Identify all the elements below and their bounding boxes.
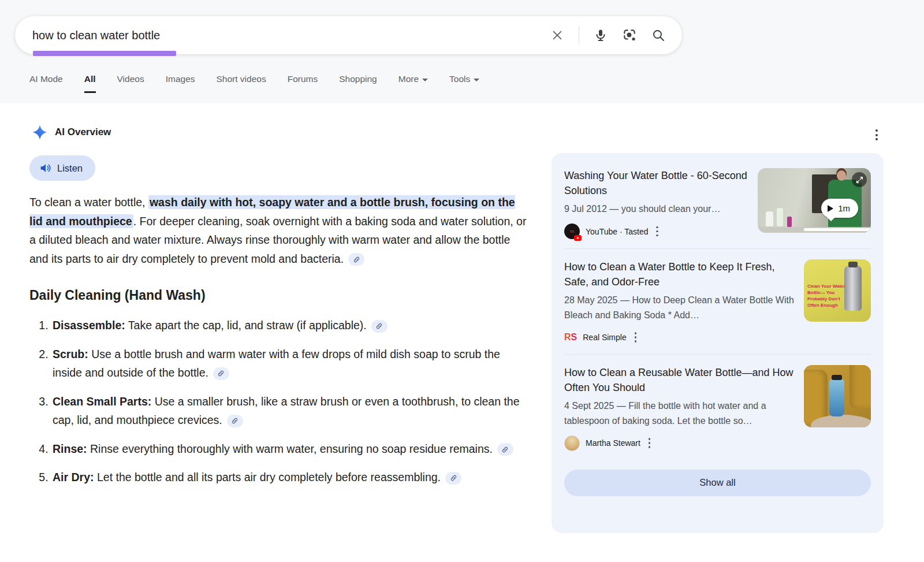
card-menu-button[interactable] <box>646 436 653 451</box>
source-card-real-simple[interactable]: How to Clean a Water Bottle to Keep It F… <box>564 248 871 354</box>
video-duration: 1m <box>838 203 850 213</box>
avatar <box>564 436 580 451</box>
thumbnail-overlay-text: Clean Your Water Bottle— You Probably Do… <box>807 283 849 308</box>
search-header: AI Mode All Videos Images Short videos F… <box>0 0 924 103</box>
lens-camera-icon[interactable] <box>622 28 637 43</box>
ai-overview-body: To clean a water bottle, wash daily with… <box>29 193 531 497</box>
citation-link-icon[interactable] <box>371 320 388 333</box>
source-card-youtube[interactable]: Washing Your Water Bottle - 60-Second So… <box>564 158 871 248</box>
chevron-down-icon <box>422 79 428 81</box>
tab-tools[interactable]: Tools <box>449 74 479 91</box>
citation-link-icon[interactable] <box>497 443 513 456</box>
card-menu-button[interactable] <box>654 224 661 239</box>
tab-images[interactable]: Images <box>166 74 195 91</box>
card-snippet: 4 Sept 2025 — Fill the bottle with hot w… <box>564 399 795 429</box>
search-bar[interactable] <box>15 16 682 54</box>
ai-overview-menu-button[interactable] <box>873 127 880 143</box>
sources-panel: Washing Your Water Bottle - 60-Second So… <box>552 153 884 533</box>
list-item: Disassemble: Take apart the cap, lid, an… <box>51 316 531 335</box>
citation-link-icon[interactable] <box>445 472 461 485</box>
expand-icon[interactable] <box>852 172 867 187</box>
tab-forums[interactable]: Forums <box>288 74 318 91</box>
voice-search-icon[interactable] <box>593 28 608 43</box>
step-label: Rinse: <box>53 442 87 455</box>
step-text: Use a bottle brush and warm water with a… <box>53 348 500 379</box>
play-button[interactable]: 1m <box>821 199 858 218</box>
tab-all[interactable]: All <box>84 74 96 93</box>
article-thumbnail[interactable]: Clean Your Water Bottle— You Probably Do… <box>804 259 871 322</box>
list-item: Clean Small Parts: Use a smaller brush, … <box>51 392 531 430</box>
results-tab-bar: AI Mode All Videos Images Short videos F… <box>29 74 479 93</box>
citation-link-icon[interactable] <box>348 253 364 266</box>
show-all-button[interactable]: Show all <box>564 470 871 496</box>
tab-shopping[interactable]: Shopping <box>339 74 377 91</box>
step-label: Scrub: <box>53 348 88 360</box>
real-simple-logo: RS <box>564 332 577 343</box>
step-label: Disassemble: <box>53 319 125 332</box>
step-text: Take apart the cap, lid, and straw (if a… <box>125 319 367 332</box>
card-title[interactable]: How to Clean a Water Bottle to Keep It F… <box>564 259 795 289</box>
intro-prefix: To clean a water bottle, <box>29 196 148 209</box>
source-name: YouTube · Tasted <box>586 227 648 236</box>
tab-short-videos[interactable]: Short videos <box>217 74 266 91</box>
source-card-martha-stewart[interactable]: How to Clean a Reusable Water Bottle—and… <box>564 354 871 460</box>
cleaning-steps-list: Disassemble: Take apart the cap, lid, an… <box>29 316 531 487</box>
ai-overview-paragraph: To clean a water bottle, wash daily with… <box>29 193 531 268</box>
step-text: Rinse everything thoroughly with warm wa… <box>87 442 493 455</box>
speaker-icon <box>39 162 51 174</box>
avatar: TA <box>564 224 580 239</box>
citation-link-icon[interactable] <box>213 367 229 380</box>
source-name: Martha Stewart <box>586 438 640 448</box>
section-heading: Daily Cleaning (Hand Wash) <box>29 288 531 303</box>
card-menu-button[interactable] <box>632 330 639 345</box>
chevron-down-icon <box>474 79 479 81</box>
ai-overview-title: AI Overview <box>55 126 111 138</box>
search-input[interactable] <box>32 29 550 42</box>
listen-label: Listen <box>57 163 83 174</box>
step-label: Clean Small Parts: <box>53 395 151 408</box>
citation-link-icon[interactable] <box>227 415 243 427</box>
step-label: Air Dry: <box>53 471 94 483</box>
card-title[interactable]: How to Clean a Reusable Water Bottle—and… <box>564 365 795 395</box>
gemini-sparkle-icon <box>32 125 47 140</box>
show-all-label: Show all <box>699 477 735 488</box>
list-item: Air Dry: Let the bottle and all its part… <box>51 468 531 487</box>
card-snippet: 9 Jul 2012 — you should clean your… <box>564 202 748 217</box>
video-progress-bar <box>804 228 871 231</box>
loading-progress-bar <box>33 51 176 56</box>
tab-videos[interactable]: Videos <box>117 74 144 91</box>
video-thumbnail[interactable]: 1m <box>758 168 871 233</box>
list-item: Rinse: Rinse everything thoroughly with … <box>51 440 531 459</box>
listen-button[interactable]: Listen <box>29 155 95 181</box>
tab-ai-mode[interactable]: AI Mode <box>29 74 63 91</box>
article-thumbnail[interactable] <box>804 365 871 427</box>
play-icon <box>828 205 833 212</box>
card-title[interactable]: Washing Your Water Bottle - 60-Second So… <box>564 168 748 198</box>
list-item: Scrub: Use a bottle brush and warm water… <box>51 345 531 382</box>
clear-search-icon[interactable] <box>550 28 565 43</box>
search-divider <box>579 26 579 44</box>
step-text: Let the bottle and all its parts air dry… <box>94 471 441 483</box>
youtube-badge-icon <box>574 235 582 241</box>
tab-more[interactable]: More <box>398 74 428 91</box>
source-name: Real Simple <box>583 333 626 342</box>
ai-overview-header: AI Overview <box>32 125 111 140</box>
card-snippet: 28 May 2025 — How to Deep Clean a Water … <box>564 293 795 323</box>
search-submit-icon[interactable] <box>651 28 666 43</box>
